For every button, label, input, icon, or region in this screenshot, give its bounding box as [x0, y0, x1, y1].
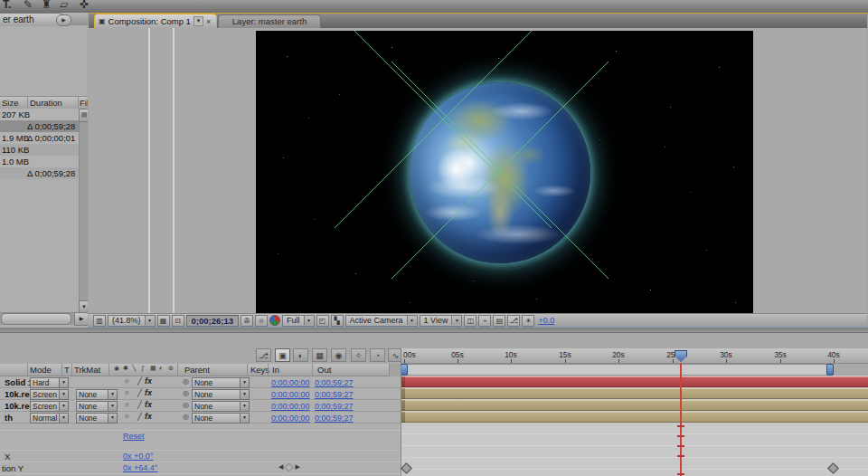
- trkmat-dropdown[interactable]: None ▼: [76, 413, 118, 424]
- x-rotation-row[interactable]: X 0x +0.0°: [0, 450, 401, 462]
- layer-row-earth[interactable]: th Normal ▼ None ▼ ⌾ ╱ fx ◎ None ▼ 0;00;…: [0, 412, 401, 424]
- layer-bar-earth[interactable]: [401, 412, 868, 423]
- anchor-icon[interactable]: ⌾: [125, 413, 129, 422]
- in-value[interactable]: 0;00;00;00: [271, 414, 310, 423]
- out-value[interactable]: 0;00;59;27: [315, 414, 354, 423]
- col-keys[interactable]: Keys: [250, 365, 269, 375]
- quality-switch-icon[interactable]: ╱: [137, 377, 142, 386]
- brainstorm-icon[interactable]: ✧: [351, 348, 366, 362]
- reset-link[interactable]: Reset: [123, 432, 145, 441]
- layer-row-solid1[interactable]: Solid 1 Hard ▼ ⌾ ╱ fx ◎ None ▼ 0;00;00;0…: [0, 376, 401, 388]
- transparency-grid-icon[interactable]: ▚: [331, 315, 344, 327]
- in-value[interactable]: 0;00;00;00: [271, 390, 310, 399]
- magnification-dropdown[interactable]: (41.8%) ▼: [108, 315, 156, 327]
- out-value[interactable]: 0;00;59;27: [315, 378, 354, 387]
- work-area-start-handle[interactable]: [401, 364, 408, 376]
- parent-dropdown[interactable]: None ▼: [192, 401, 250, 412]
- fx-switch-icon[interactable]: fx: [145, 376, 152, 386]
- live-update-icon[interactable]: ▣: [275, 348, 290, 362]
- layer-row-10kred[interactable]: 10k.red Screen ▼ None ▼ ⌾ ╱ fx ◎ None ▼ …: [0, 400, 401, 412]
- layer-name[interactable]: th: [5, 413, 13, 423]
- view-layout-dropdown[interactable]: 1 View ▼: [420, 315, 463, 327]
- flowchart-icon[interactable]: ⎇: [507, 315, 520, 327]
- project-row[interactable]: 207 KB: [0, 109, 79, 120]
- pickwhip-icon[interactable]: ◎: [183, 401, 189, 409]
- col-t[interactable]: T: [64, 365, 70, 375]
- quality-switch-icon[interactable]: ╱: [137, 413, 142, 421]
- resolution-dropdown[interactable]: Full ▼: [282, 315, 315, 327]
- fx-switch-icon[interactable]: fx: [145, 400, 152, 409]
- time-ruler[interactable]: 00s 05s 10s 15s 20s 25s 30s 35s 40s: [401, 348, 868, 364]
- mode-dropdown[interactable]: Hard ▼: [30, 377, 69, 388]
- col-in[interactable]: In: [272, 365, 279, 375]
- fx-switch-icon[interactable]: fx: [145, 412, 152, 421]
- layer-bar-10kred[interactable]: [401, 400, 868, 411]
- in-value[interactable]: 0;00;00;00: [271, 378, 310, 387]
- frame-blending-icon[interactable]: ▦: [312, 348, 327, 362]
- y-rotation-value[interactable]: 0x +64.4°: [123, 463, 157, 472]
- pickwhip-icon[interactable]: ◎: [183, 389, 189, 397]
- composition-viewer[interactable]: [89, 28, 867, 313]
- safe-margins-icon[interactable]: ⊡: [172, 315, 184, 327]
- layer-bar-10kred[interactable]: [401, 388, 868, 399]
- trkmat-dropdown[interactable]: None ▼: [76, 401, 118, 412]
- col-trkmat[interactable]: TrkMat: [74, 365, 100, 375]
- layer-bar-solid1[interactable]: [401, 376, 868, 387]
- col-duration[interactable]: Duration: [30, 98, 62, 108]
- brush-tool-icon[interactable]: ✎: [24, 0, 33, 11]
- col-out[interactable]: Out: [317, 365, 331, 375]
- take-snapshot-icon[interactable]: ✇: [241, 315, 253, 327]
- project-row-selected[interactable]: Δ 0;00;59;28: [0, 120, 79, 132]
- show-snapshot-icon[interactable]: ◉: [255, 315, 268, 327]
- trkmat-dropdown[interactable]: None ▼: [76, 389, 118, 400]
- layer-row-10kred[interactable]: 10k.red Screen ▼ None ▼ ⌾ ╱ fx ◎ None ▼ …: [0, 388, 401, 400]
- mode-dropdown[interactable]: Normal ▼: [30, 413, 69, 424]
- col-parent[interactable]: Parent: [184, 365, 210, 375]
- parent-dropdown[interactable]: None ▼: [192, 377, 250, 388]
- tab-layer[interactable]: Layer: master earth: [218, 14, 321, 28]
- project-row[interactable]: 1.0 MB: [0, 156, 79, 167]
- draft-3d-icon[interactable]: ◐: [293, 348, 308, 362]
- mode-dropdown[interactable]: Screen ▼: [30, 401, 69, 412]
- y-rotation-row[interactable]: tion Y 0x +64.4° ◀ ▶: [0, 462, 401, 474]
- panel-menu-button[interactable]: ▶: [56, 14, 71, 26]
- anchor-icon[interactable]: ⌾: [125, 377, 129, 386]
- quality-switch-icon[interactable]: ╱: [137, 389, 142, 397]
- tab-close-icon[interactable]: ×: [206, 17, 211, 26]
- out-value[interactable]: 0;00;59;27: [315, 402, 354, 411]
- fast-preview-icon[interactable]: ⌁: [478, 315, 491, 327]
- show-channel-icon[interactable]: [269, 315, 280, 326]
- scroll-right-button[interactable]: ▶: [74, 312, 89, 326]
- tab-composition[interactable]: ▣ Composition: Comp 1 ▼ ×: [94, 14, 217, 28]
- always-preview-icon[interactable]: ▥: [93, 315, 106, 327]
- anchor-icon[interactable]: ⌾: [125, 389, 129, 398]
- col-mode[interactable]: Mode: [30, 365, 52, 375]
- eraser-tool-icon[interactable]: ▱: [60, 0, 68, 11]
- scrollbar-thumb[interactable]: [1, 313, 71, 325]
- pixel-aspect-correction-icon[interactable]: ◫: [464, 315, 476, 327]
- anchor-icon[interactable]: ⌾: [125, 401, 129, 410]
- current-time-indicator-line[interactable]: [680, 363, 682, 476]
- in-value[interactable]: 0;00;00;00: [271, 402, 310, 411]
- 3d-view-dropdown[interactable]: Active Camera ▼: [345, 315, 418, 327]
- x-rotation-value[interactable]: 0x +0.0°: [123, 452, 153, 461]
- quality-switch-icon[interactable]: ╱: [137, 401, 142, 409]
- auto-keyframe-icon[interactable]: ◔: [370, 348, 385, 362]
- parent-dropdown[interactable]: None ▼: [192, 413, 250, 424]
- pickwhip-icon[interactable]: ◎: [183, 377, 189, 386]
- composition-stage[interactable]: [256, 31, 753, 313]
- project-row[interactable]: 1.9 MB Δ 0;00;00;01: [0, 132, 79, 144]
- puppet-pin-tool-icon[interactable]: ✜: [80, 0, 89, 11]
- current-time-display[interactable]: 0;00;26;13: [186, 315, 239, 327]
- next-keyframe-icon[interactable]: ▶: [295, 463, 299, 471]
- fx-switch-icon[interactable]: fx: [145, 388, 152, 397]
- work-area-bar[interactable]: [401, 364, 834, 376]
- pickwhip-icon[interactable]: ◎: [183, 413, 189, 421]
- clone-stamp-tool-icon[interactable]: ♜: [42, 0, 52, 11]
- motion-blur-icon[interactable]: ◉: [331, 348, 346, 362]
- work-area-end-handle[interactable]: [826, 364, 834, 376]
- exposure-value[interactable]: +0.0: [538, 316, 554, 325]
- project-row[interactable]: 110 KB: [0, 144, 79, 156]
- timeline-button-icon[interactable]: ▤: [493, 315, 505, 327]
- project-row[interactable]: Δ 0;00;59;28: [0, 167, 79, 179]
